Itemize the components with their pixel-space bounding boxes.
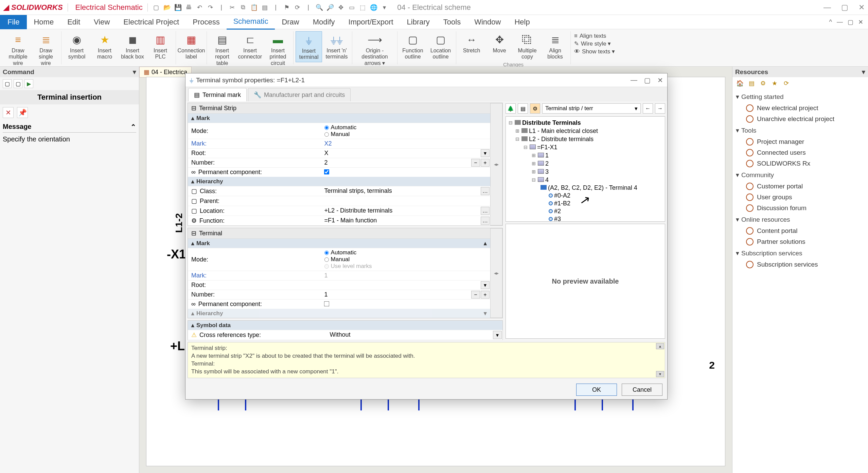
terminals-tree[interactable]: ⊟Distribute Terminals ⊞L1 - Main electri… bbox=[506, 116, 665, 222]
ok-button[interactable]: OK bbox=[576, 384, 617, 396]
function-value[interactable]: =F1 - Main function… bbox=[321, 216, 490, 225]
gear-icon[interactable]: ⚙ bbox=[759, 79, 767, 87]
radio-input[interactable] bbox=[324, 125, 329, 130]
scroll-up-icon[interactable]: ▴ bbox=[656, 343, 664, 349]
insert-plc-button[interactable]: ▥Insert PLC bbox=[147, 31, 174, 62]
redo-icon[interactable]: ↷ bbox=[207, 4, 214, 11]
tree-l1[interactable]: ⊞L1 - Main electrical closet bbox=[508, 127, 663, 135]
tool-1-icon[interactable]: ▢ bbox=[3, 79, 12, 88]
insert-terminal-button[interactable]: ⏚Insert terminal bbox=[296, 31, 322, 62]
radio-input[interactable] bbox=[324, 132, 329, 137]
menu-import-export[interactable]: Import/Export bbox=[342, 15, 400, 29]
wire-style-button[interactable]: ✎Wire style ▾ bbox=[574, 40, 615, 47]
radio-automatic[interactable]: Automatic bbox=[324, 124, 487, 131]
radio-input[interactable] bbox=[324, 257, 329, 262]
dropdown-button[interactable]: ▾ bbox=[481, 149, 490, 157]
tree-t2[interactable]: ⊞2 bbox=[508, 159, 663, 168]
strip-collapse-button[interactable]: ◂▸ bbox=[490, 103, 502, 225]
terminal-collapse-button[interactable]: ◂▸ bbox=[490, 228, 502, 318]
tree-x1[interactable]: ⊟=F1-X1 bbox=[508, 143, 663, 151]
tree-t4[interactable]: ⊟4 bbox=[508, 176, 663, 184]
symbol-header[interactable]: ▴Symbol data bbox=[188, 321, 502, 330]
tree-t3[interactable]: ⊞3 bbox=[508, 168, 663, 176]
dec-button[interactable]: − bbox=[471, 291, 480, 299]
stretch-button[interactable]: ↔Stretch bbox=[458, 31, 485, 62]
file-menu[interactable]: File bbox=[0, 15, 27, 29]
mark-value[interactable]: 1 bbox=[321, 271, 490, 280]
save-icon[interactable]: 💾 bbox=[174, 4, 182, 11]
tree-pin-3[interactable]: #3 bbox=[508, 215, 663, 222]
search-icon[interactable]: 🔍 bbox=[316, 4, 323, 11]
link-customer-portal[interactable]: Customer portal bbox=[736, 181, 865, 192]
cat-hierarchy-2[interactable]: ▴Hierarchy▾ bbox=[188, 309, 490, 318]
draw-multiple-wire-button[interactable]: ≡Draw multiple wire bbox=[5, 31, 31, 68]
dropdown-icon[interactable]: ▾ bbox=[381, 4, 388, 11]
tab-manufacturer[interactable]: 🔧Manufacturer part and circuits bbox=[248, 88, 351, 101]
section-online[interactable]: ▾Online resources bbox=[736, 214, 865, 225]
menu-process[interactable]: Process bbox=[186, 15, 226, 29]
menu-edit[interactable]: Edit bbox=[60, 15, 87, 29]
new-icon[interactable]: ▢ bbox=[153, 4, 160, 11]
dialog-maximize-icon[interactable]: ▢ bbox=[644, 76, 651, 84]
link-unarchive-project[interactable]: Unarchive electrical project bbox=[736, 114, 865, 124]
menu-draw[interactable]: Draw bbox=[275, 15, 306, 29]
undo-icon[interactable]: ↶ bbox=[196, 4, 203, 11]
tree-pin-1[interactable]: #1-B2 bbox=[508, 200, 663, 207]
tree-pin-0[interactable]: #0-A2 bbox=[508, 192, 663, 200]
parent-value[interactable] bbox=[321, 196, 490, 206]
list-view-icon[interactable]: ▤ bbox=[518, 103, 528, 114]
menu-tools[interactable]: Tools bbox=[437, 15, 467, 29]
inc-button[interactable]: + bbox=[481, 159, 490, 167]
function-outline-button[interactable]: ▢Function outline bbox=[400, 31, 426, 62]
menu-home[interactable]: Home bbox=[27, 15, 60, 29]
perm-value[interactable] bbox=[321, 300, 490, 309]
link-partner-solutions[interactable]: Partner solutions bbox=[736, 236, 865, 247]
checkbox[interactable] bbox=[324, 301, 329, 307]
perm-value[interactable] bbox=[321, 168, 490, 177]
root-value[interactable]: ▾ bbox=[321, 281, 490, 290]
draw-single-wire-button[interactable]: ≣Draw single wire bbox=[33, 31, 59, 68]
link-content-portal[interactable]: Content portal bbox=[736, 225, 865, 236]
nav-left-icon[interactable]: ← bbox=[643, 103, 653, 114]
link-discussion-forum[interactable]: Discussion forum bbox=[736, 203, 865, 214]
dropdown-button[interactable]: ▾ bbox=[493, 331, 502, 339]
mdi-restore-icon[interactable]: ▢ bbox=[848, 18, 853, 26]
browse-button[interactable]: … bbox=[481, 207, 490, 215]
radio-automatic[interactable]: Automatic bbox=[324, 249, 487, 256]
multiple-copy-button[interactable]: ⿻Multiple copy bbox=[514, 31, 541, 62]
radio-input[interactable] bbox=[324, 251, 329, 255]
menu-window[interactable]: Window bbox=[467, 15, 508, 29]
pin-command-icon[interactable]: 📌 bbox=[17, 107, 28, 118]
align-blocks-button[interactable]: ≣Align blocks bbox=[542, 31, 568, 62]
tree-l2[interactable]: ⊟L2 - Distribute terminals bbox=[508, 135, 663, 143]
tree-view-icon[interactable]: 🌲 bbox=[506, 103, 516, 114]
link-subscription-services[interactable]: Subscription services bbox=[736, 259, 865, 270]
panel-options-icon[interactable]: ▾ bbox=[862, 68, 865, 76]
location-value[interactable]: +L2 - Distribute terminals… bbox=[321, 206, 490, 216]
menu-library[interactable]: Library bbox=[400, 15, 437, 29]
scroll-up-icon[interactable]: ▴ bbox=[484, 240, 487, 247]
cancel-button[interactable]: Cancel bbox=[622, 384, 662, 396]
fit-icon[interactable]: ▭ bbox=[348, 4, 356, 11]
checkbox[interactable] bbox=[324, 169, 329, 175]
menu-help[interactable]: Help bbox=[508, 15, 536, 29]
dialog-minimize-icon[interactable]: — bbox=[631, 76, 637, 84]
show-texts-button[interactable]: 👁Show texts ▾ bbox=[574, 48, 615, 55]
connection-label-button[interactable]: ▦Connection label bbox=[178, 31, 205, 62]
cat-mark[interactable]: ▴Mark bbox=[188, 114, 490, 123]
dropdown-button[interactable]: ▾ bbox=[481, 281, 490, 289]
view-combo[interactable]: Terminal strip / terr▾ bbox=[542, 103, 641, 114]
collapse-icon[interactable]: ⌃ bbox=[130, 123, 136, 131]
scroll-down-icon[interactable]: ▾ bbox=[484, 310, 487, 317]
section-getting-started[interactable]: ▾Getting started bbox=[736, 91, 865, 103]
open-icon[interactable]: 📂 bbox=[163, 4, 171, 11]
dialog-titlebar[interactable]: ⏚Terminal symbol properties: =F1+L2-1 — … bbox=[185, 73, 667, 87]
paste-icon[interactable]: 📋 bbox=[250, 4, 258, 11]
tree-t1[interactable]: ⊞1 bbox=[508, 151, 663, 159]
star-icon[interactable]: ★ bbox=[770, 79, 779, 87]
report-icon[interactable]: ▤ bbox=[261, 4, 269, 11]
root-value[interactable]: X▾ bbox=[321, 149, 490, 158]
print-icon[interactable]: 🖶 bbox=[185, 4, 193, 11]
link-new-project[interactable]: New electrical project bbox=[736, 103, 865, 114]
section-tools[interactable]: ▾Tools bbox=[736, 124, 865, 136]
